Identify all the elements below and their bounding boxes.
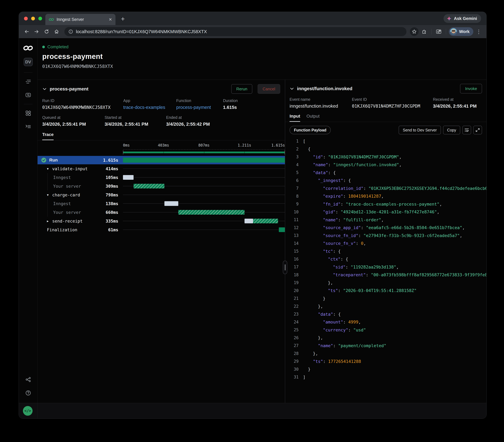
chevron-down-icon[interactable]: ▾	[47, 193, 51, 197]
expand-icon[interactable]	[473, 126, 482, 135]
side-panel-search-icon[interactable]	[434, 27, 443, 36]
app-footer: </>	[19, 403, 486, 419]
line-number: 13	[289, 233, 299, 238]
panel-divider	[285, 80, 285, 403]
line-number: 21	[289, 296, 299, 301]
line-number: 3	[289, 154, 299, 159]
sidebar-item-runs[interactable]	[24, 77, 33, 86]
trace-title: process-payment	[50, 86, 229, 92]
event-title: inngest/function.invoked	[297, 86, 457, 91]
line-number: 8	[289, 194, 299, 199]
panel-resize-handle[interactable]	[283, 261, 287, 274]
browser-profile-chip[interactable]: Work	[449, 27, 473, 36]
app-main: Completed process-payment 01KJX6Q7W64NMK…	[37, 38, 486, 403]
code-line: 20"ts": "2026-03-04T19:55:41.288158Z"	[289, 287, 486, 295]
app-badge[interactable]: DV	[24, 58, 33, 66]
help-icon[interactable]	[24, 389, 33, 397]
dev-tools-button[interactable]: </>	[23, 406, 33, 416]
meta-received-at: Received at 3/4/2026, 2:55:41 PM	[433, 97, 477, 109]
site-info-icon[interactable]	[68, 29, 73, 34]
trace-row-run[interactable]: Run 1.615s	[37, 156, 285, 164]
line-number: 18	[289, 272, 299, 277]
trace-row[interactable]: Your server309ms	[37, 182, 285, 190]
code-line: 18"traceparent": "00-a073fb598bfff8af829…	[289, 271, 486, 279]
line-number: 2	[289, 147, 299, 151]
code-line: 13"source_fn_id": "e27943fe-f31b-5c9b-93…	[289, 232, 486, 239]
trace-row[interactable]: ▾charge-card798ms	[37, 190, 285, 199]
code-line: 27"name": "payment/completed"	[289, 342, 486, 350]
sidebar-item-events-search[interactable]	[24, 91, 33, 99]
trace-row[interactable]: ▸send-receipt335ms	[37, 217, 285, 225]
home-icon[interactable]	[52, 27, 61, 36]
window-controls[interactable]	[24, 17, 42, 20]
line-number: 24	[289, 320, 299, 324]
line-number: 28	[289, 351, 299, 356]
line-number: 30	[289, 367, 299, 372]
rerun-button[interactable]: Rerun	[231, 84, 252, 94]
check-circle-icon	[41, 157, 46, 163]
payload-type-chip[interactable]: Function Payload	[289, 126, 331, 134]
tab-trace[interactable]: Trace	[42, 132, 54, 140]
line-number: 5	[289, 170, 299, 175]
tab-input[interactable]: Input	[289, 114, 300, 122]
trace-row[interactable]: Your server660ms	[37, 208, 285, 217]
meta-ended: Ended at 3/4/2026, 2:55:42 PM	[166, 115, 210, 127]
trace-row[interactable]: Finalization61ms	[37, 225, 285, 234]
close-window-button[interactable]	[24, 17, 28, 20]
app-link[interactable]: trace-docs-examples	[123, 105, 176, 110]
url-text[interactable]: localhost:8288/run?runID=01KJX6Q7W64NMKM…	[76, 29, 207, 34]
function-link[interactable]: process-payment	[176, 105, 223, 110]
ask-gemini-button[interactable]: Ask Gemini	[444, 14, 481, 23]
new-tab-button[interactable]: +	[121, 15, 125, 23]
code-area[interactable]: 1[2{3"id": "01KJX6Q7V81N4DMZ7HFJ0CGPDM",…	[285, 137, 486, 403]
chevron-right-icon[interactable]: ▸	[47, 219, 51, 223]
code-line: 6"_inngest": {	[289, 177, 486, 185]
trace-bar-server	[178, 210, 245, 215]
extensions-icon[interactable]	[420, 27, 429, 36]
copy-button[interactable]: Copy	[443, 126, 460, 135]
line-number: 19	[289, 280, 299, 285]
forward-icon[interactable]	[32, 27, 41, 36]
app-sidebar: DV	[19, 38, 37, 403]
sidebar-item-apps[interactable]	[24, 109, 33, 118]
event-panel: inngest/function.invoked Invoke Event na…	[285, 80, 486, 403]
sidebar-item-terminal[interactable]	[24, 122, 33, 131]
send-to-dev-server-button[interactable]: Send to Dev Server	[399, 126, 441, 135]
tab-output[interactable]: Output	[306, 114, 320, 122]
chevron-down-icon[interactable]: ▾	[47, 167, 51, 171]
timeline-minimap	[37, 149, 285, 156]
step-name: Inngest	[53, 201, 106, 206]
wrap-text-icon[interactable]	[462, 126, 471, 135]
bookmark-star-icon[interactable]	[410, 27, 419, 36]
meta-duration: Duration 1.615s	[223, 99, 238, 110]
line-number: 22	[289, 304, 299, 309]
back-icon[interactable]	[22, 27, 31, 36]
line-number: 27	[289, 343, 299, 348]
fullscreen-window-button[interactable]	[38, 17, 42, 20]
line-number: 26	[289, 336, 299, 340]
line-number: 29	[289, 359, 299, 364]
code-line: 19},	[289, 279, 486, 287]
cancel-button[interactable]: Cancel	[258, 84, 280, 94]
meta-app: App trace-docs-examples	[123, 99, 176, 110]
browser-toolbar: localhost:8288/run?runID=01KJX6Q7W64NMKM…	[19, 25, 486, 38]
url-bar[interactable]: localhost:8288/run?runID=01KJX6Q7W64NMKM…	[64, 27, 406, 36]
line-number: 31	[289, 375, 299, 379]
browser-tab[interactable]: Inngest Server ✕	[45, 14, 115, 25]
trace-row[interactable]: ▾validate-input414ms	[37, 164, 285, 173]
code-line: 15"tc": {	[289, 247, 486, 255]
invoke-button[interactable]: Invoke	[460, 84, 482, 93]
close-tab-icon[interactable]: ✕	[109, 17, 112, 22]
browser-menu-icon[interactable]: ⋮	[475, 29, 483, 35]
share-icon[interactable]	[24, 375, 33, 384]
profile-label: Work	[459, 29, 469, 34]
trace-bar-final	[279, 227, 285, 232]
chevron-down-icon[interactable]	[42, 86, 47, 91]
page-title: process-payment	[42, 52, 486, 61]
chevron-down-icon[interactable]	[289, 86, 294, 91]
trace-row[interactable]: Inngest138ms	[37, 199, 285, 208]
inngest-logo	[23, 44, 33, 51]
minimize-window-button[interactable]	[31, 17, 35, 20]
trace-row[interactable]: Inngest105ms	[37, 173, 285, 182]
reload-icon[interactable]	[42, 27, 51, 36]
